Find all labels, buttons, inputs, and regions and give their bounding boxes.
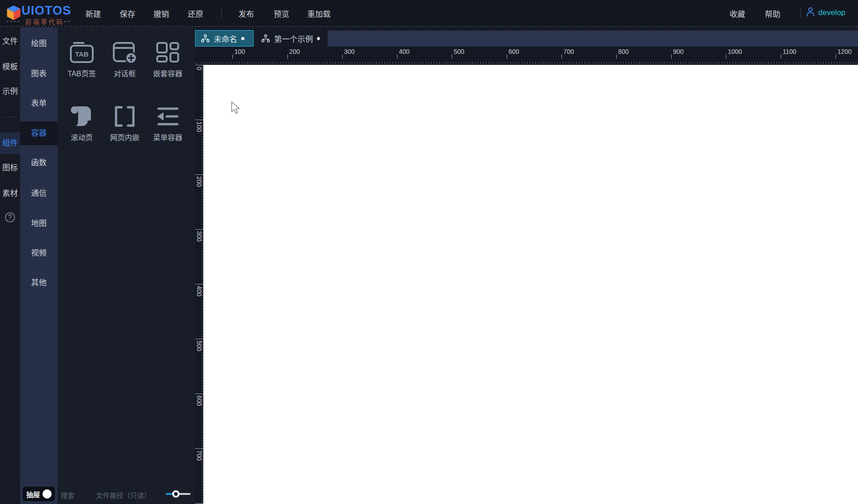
category-item-6[interactable]: 通信 <box>20 182 58 205</box>
component-menu-container[interactable]: 菜单容器 <box>146 103 190 142</box>
component-label: 菜单容器 <box>146 131 190 142</box>
scroll-page-icon <box>60 103 104 130</box>
ruler-label: 0 <box>196 67 203 70</box>
category-item-2[interactable]: 图表 <box>20 62 58 86</box>
ruler-label: 700 <box>196 450 203 461</box>
page-tab[interactable]: 未命名 <box>195 30 254 47</box>
ruler-label: 200 <box>196 176 203 187</box>
menu-container-icon <box>146 103 190 130</box>
ruler-label: 700 <box>563 48 574 55</box>
ruler-tick <box>195 120 203 120</box>
sidebar-item-5[interactable]: 图标 <box>0 163 20 173</box>
category-item-1[interactable]: 绘图 <box>20 32 58 56</box>
unsaved-dot <box>241 37 244 40</box>
ruler-tick <box>836 54 836 59</box>
ruler-tick <box>195 339 203 339</box>
category-item-9[interactable]: 其他 <box>20 271 58 295</box>
component-dialog[interactable]: 对话框 <box>103 39 147 79</box>
ruler-tick <box>195 448 203 449</box>
component-web-embed[interactable]: 网页内嵌 <box>103 103 147 142</box>
category-item-7[interactable]: 地图 <box>20 212 58 236</box>
component-label: TAB页签 <box>60 68 104 79</box>
topbar-menu-item[interactable]: 还原 <box>188 8 203 19</box>
ruler-tick <box>452 54 452 59</box>
topbar-menu-item[interactable]: 帮助 <box>765 8 780 19</box>
sidebar-item-1[interactable]: 文件 <box>0 36 20 47</box>
component-label: 嵌套容器 <box>146 68 190 79</box>
vertical-ruler: 0100200300400500600700800 <box>195 65 203 504</box>
topbar-menu-item[interactable]: 重加载 <box>307 8 331 19</box>
topbar-menu-item[interactable]: 收藏 <box>730 8 745 19</box>
unsaved-dot <box>317 37 320 40</box>
ruler-label: 400 <box>196 286 203 296</box>
ruler-label: 1200 <box>837 48 852 55</box>
ruler-tick <box>195 394 203 394</box>
sidebar-item-6[interactable]: 素材 <box>0 188 20 199</box>
dialog-icon <box>103 39 147 66</box>
component-label: 网页内嵌 <box>103 131 147 142</box>
ruler-label: 300 <box>196 231 203 242</box>
ruler-label: 100 <box>196 121 203 132</box>
ruler-tick <box>195 284 203 284</box>
search-button[interactable]: 搜索 <box>61 490 74 500</box>
page-tab[interactable]: 第一个示例 <box>256 30 325 47</box>
tab-label: 未命名 <box>214 33 237 44</box>
user-account[interactable]: develop <box>805 6 846 19</box>
component-panel: TABTAB页签对话框嵌套容器滚动页网页内嵌菜单容器 <box>58 27 195 504</box>
topbar-divider <box>800 7 801 18</box>
sitemap-icon <box>201 34 210 42</box>
ruler-tick <box>507 54 507 59</box>
zoom-slider[interactable] <box>166 490 191 498</box>
design-canvas[interactable] <box>203 65 858 504</box>
topbar-menu-item[interactable]: 预览 <box>274 8 289 19</box>
mouse-cursor <box>231 101 241 117</box>
ruler-label: 100 <box>234 48 245 55</box>
drawer-toggle[interactable]: 抽屉 <box>23 487 55 501</box>
user-name: develop <box>818 8 846 17</box>
logo-cube-icon <box>6 5 21 23</box>
ruler-label: 900 <box>673 48 683 55</box>
svg-text:TAB: TAB <box>75 50 89 58</box>
component-tab-page[interactable]: TABTAB页签 <box>60 39 104 79</box>
ruler-tick <box>287 54 288 59</box>
component-scroll-page[interactable]: 滚动页 <box>60 103 104 142</box>
sidebar-divider <box>4 117 16 117</box>
page-tab-bar: 未命名第一个示例 <box>195 27 858 47</box>
category-item-4[interactable]: 容器 <box>20 121 58 145</box>
component-label: 对话框 <box>103 68 147 79</box>
category-item-3[interactable]: 表单 <box>20 92 58 116</box>
component-nested-container[interactable]: 嵌套容器 <box>146 39 190 79</box>
ruler-tick <box>671 54 672 59</box>
category-item-8[interactable]: 视频 <box>20 242 58 265</box>
topbar-menu-item[interactable]: 撤销 <box>154 8 169 19</box>
category-item-5[interactable]: 函数 <box>20 151 58 175</box>
topbar-menu-item[interactable]: 发布 <box>238 8 254 19</box>
ruler-tick <box>195 229 203 230</box>
zoom-slider-knob[interactable] <box>172 490 180 498</box>
file-path-label: 文件路径（只读） <box>96 490 151 500</box>
tagline-dash-left <box>6 21 20 22</box>
ruler-label: 400 <box>399 48 409 55</box>
ruler-tick <box>561 54 562 59</box>
ruler-label: 500 <box>196 341 203 351</box>
ruler-tick <box>616 54 617 59</box>
drawer-label: 抽屉 <box>26 489 40 499</box>
help-icon[interactable] <box>5 212 16 223</box>
brand-tagline: 前端零代码 <box>25 17 64 26</box>
sidebar-item-3[interactable]: 示例 <box>0 86 20 97</box>
canvas-top-dotted-line <box>195 63 858 63</box>
web-embed-icon <box>103 103 147 130</box>
ruler-tick <box>195 503 203 504</box>
topbar-menu-item[interactable]: 保存 <box>120 8 135 19</box>
topbar-menu-item[interactable]: 新建 <box>85 8 101 19</box>
horizontal-ruler: 100200300400500600700800900100011001200 <box>195 47 858 65</box>
drawer-toggle-knob[interactable] <box>42 489 52 499</box>
ruler-label: 600 <box>508 48 519 55</box>
ruler-tick <box>233 54 233 59</box>
sidebar-item-2[interactable]: 模板 <box>0 62 20 73</box>
component-label: 滚动页 <box>60 131 104 142</box>
primary-sidebar: 文件模板示例组件图标素材 <box>0 27 20 504</box>
sidebar-item-4[interactable]: 组件 <box>0 138 20 149</box>
ruler-label: 1100 <box>783 48 796 55</box>
brand-name: UIOTOS <box>21 4 71 18</box>
